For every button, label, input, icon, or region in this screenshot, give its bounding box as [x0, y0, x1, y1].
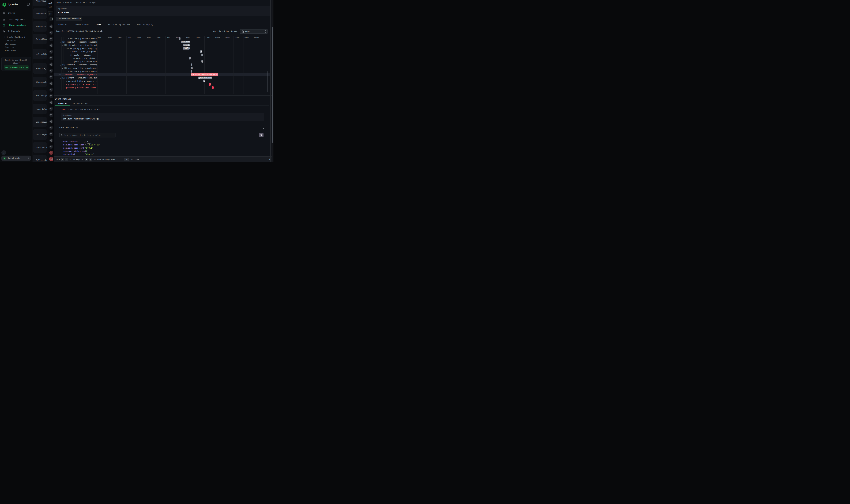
- chevron-down-icon[interactable]: [64, 48, 65, 49]
- collapse-attributes-icon[interactable]: [263, 127, 265, 131]
- session-event-pin-icon[interactable]: [49, 75, 53, 79]
- attributes-search-box[interactable]: [59, 133, 115, 138]
- session-event-pin-icon[interactable]: [49, 107, 53, 111]
- chevron-down-icon[interactable]: [58, 74, 59, 75]
- exchange-arrows-icon[interactable]: [49, 151, 53, 155]
- attribute-key[interactable]: rpc.method: [63, 153, 75, 156]
- chevron-down-icon[interactable]: [66, 51, 67, 52]
- attribute-value[interactable]: "50051": [85, 147, 93, 149]
- tab-surrounding-context[interactable]: Surrounding Context: [108, 23, 130, 26]
- span-duration-bar[interactable]: C: [191, 67, 193, 69]
- span-duration-bar[interactable]: grpc.oteldemo.: [198, 76, 212, 79]
- session-event-pin-icon[interactable]: [49, 101, 53, 105]
- trace-tree-row[interactable]: ▤currency | Convert convers…: [54, 70, 97, 73]
- session-event-pin-icon[interactable]: [49, 132, 53, 136]
- session-event-pin-icon[interactable]: [49, 37, 53, 41]
- trace-tree-row[interactable]: (1)currency | Currency/Convert: [54, 67, 97, 70]
- service-name-chip[interactable]: ServiceName: frontend: [56, 17, 82, 21]
- span-duration-bar[interactable]: oteldemo.PaymentService/Char: [191, 73, 218, 76]
- session-event-pin-icon[interactable]: [49, 120, 53, 124]
- span-duration-bar[interactable]: C: [203, 80, 205, 82]
- session-event-pin-icon[interactable]: [49, 62, 53, 67]
- session-card[interactable]: Ernesto33@: [33, 117, 47, 127]
- get-started-button[interactable]: Get Started for Free: [4, 65, 29, 70]
- sidebar-item-chart-explorer[interactable]: Chart Explorer: [0, 17, 32, 22]
- sidebar-item-client-sessions[interactable]: Client Sessions: [0, 23, 32, 28]
- sidebar-item-search[interactable]: Search: [0, 11, 32, 16]
- attribute-value[interactable]: "172.28.0.10": [85, 144, 100, 146]
- session-card[interactable]: Roderick_S: [33, 63, 47, 74]
- preset-kubernetes[interactable]: Kubernetes: [5, 50, 16, 52]
- scrollbar-thumb[interactable]: [272, 27, 273, 143]
- tab-trace[interactable]: Trace: [95, 23, 101, 26]
- session-card[interactable]: Deion37@gm: [33, 34, 47, 44]
- session-event-pin-icon[interactable]: [49, 56, 53, 60]
- attribute-value[interactable]: "Charge": [85, 153, 94, 156]
- tab-overview[interactable]: Overview: [58, 103, 67, 105]
- collapse-sidebar-icon[interactable]: [27, 3, 30, 5]
- attribute-key[interactable]: net.sock.peer.addr: [63, 144, 84, 146]
- chevron-down-icon[interactable]: [60, 77, 61, 78]
- session-event-pin-icon[interactable]: [49, 139, 53, 143]
- span-duration-bar[interactable]: c: [201, 60, 203, 62]
- span-duration-bar[interactable]: otelder: [183, 44, 190, 47]
- help-button[interactable]: ?: [1, 150, 6, 155]
- trace-tree-row[interactable]: payment | Error: Visa cache ful…: [54, 86, 97, 89]
- session-card[interactable]: Shaniya.Sc: [33, 77, 47, 87]
- span-duration-bar[interactable]: o: [191, 64, 192, 66]
- session-event-pin-icon[interactable]: [49, 126, 53, 130]
- tree-expand-icon[interactable]: ▾: [60, 141, 61, 143]
- session-event-pin-icon[interactable]: [49, 88, 53, 92]
- session-event-pin-icon[interactable]: [49, 24, 53, 29]
- create-dashboard-button[interactable]: + Create Dashboard: [4, 36, 25, 38]
- tab-column-values[interactable]: Column Values: [74, 23, 89, 26]
- session-event-pin-icon[interactable]: [49, 50, 53, 54]
- local-mode-menu[interactable]: U Local mode: [1, 156, 31, 161]
- chevron-down-icon[interactable]: [62, 67, 63, 69]
- session-card[interactable]: Howard.Run: [33, 104, 47, 114]
- session-card[interactable]: Anonymous: [33, 8, 47, 19]
- session-event-pin-icon[interactable]: [49, 69, 53, 73]
- trace-tree-row[interactable]: (1)quote | POST /getquote: [54, 50, 97, 53]
- chevron-down-icon[interactable]: [60, 64, 61, 66]
- span-duration-bar[interactable]: P: [200, 50, 202, 53]
- session-card[interactable]: Kieran92@h: [33, 90, 47, 101]
- strip-search-box[interactable]: [48, 12, 54, 16]
- preset-services[interactable]: Services: [5, 46, 14, 49]
- session-event-pin-icon[interactable]: [49, 94, 53, 98]
- span-duration-bar[interactable]: V: [209, 83, 211, 86]
- trace-tree-row[interactable]: (1)shipping | oteldemo.Shipping…: [54, 43, 97, 47]
- attributes-search-input[interactable]: [64, 133, 114, 137]
- span-duration-bar[interactable]: C: [191, 70, 192, 73]
- edit-trace-id-icon[interactable]: [100, 30, 103, 33]
- attributes-settings-button[interactable]: [259, 133, 264, 137]
- session-card[interactable]: Anonymous: [33, 21, 47, 32]
- trace-tree-row[interactable]: (1)checkout | oteldemo.CurrencySe…: [54, 63, 97, 67]
- span-duration-bar[interactable]: oteldemo.: [181, 41, 190, 43]
- terminal-icon[interactable]: [49, 157, 53, 161]
- session-card[interactable]: Jonathan.B: [33, 142, 47, 152]
- session-event-pin-icon[interactable]: [49, 43, 53, 48]
- chevron-down-icon[interactable]: [62, 44, 63, 46]
- span-duration-bar[interactable]: [179, 37, 181, 40]
- tab-session-replay[interactable]: Session Replay: [137, 23, 153, 26]
- session-card[interactable]: Anonymous: [33, 0, 47, 6]
- session-card[interactable]: Dolly.Lubo: [33, 155, 47, 162]
- trace-tree-row[interactable]: (1)shipping | POST http://quo…: [54, 47, 97, 50]
- attribute-key[interactable]: rpc.grpc.status_code: [63, 150, 86, 152]
- trace-tree-row[interactable]: quote | calculate-quote: [54, 60, 97, 63]
- session-event-pin-icon[interactable]: [49, 145, 53, 149]
- attribute-value[interactable]: "2": [85, 150, 89, 152]
- trace-tree-row[interactable]: (1)checkout | oteldemo.PaymentServi…: [54, 73, 97, 76]
- presets-toggle[interactable]: PRESETS: [5, 40, 17, 41]
- trace-tree-row[interactable]: ▤payment | Visa cache full: c…: [54, 83, 97, 86]
- waterfall-scrollbar-thumb[interactable]: [268, 71, 268, 92]
- session-card[interactable]: Walton9@ho: [33, 49, 47, 59]
- session-card[interactable]: Pearl43@ho: [33, 129, 47, 140]
- span-duration-bar[interactable]: POST h: [183, 47, 189, 50]
- trace-tree-row[interactable]: ▤quote | Calculated q…: [54, 57, 97, 60]
- trace-tree-row[interactable]: ▤payment | Charge request rec…: [54, 79, 97, 83]
- trace-tree-row[interactable]: (1)checkout | oteldemo.ShippingSe…: [54, 40, 97, 43]
- span-duration-bar[interactable]: [201, 54, 203, 56]
- log-source-select[interactable]: Logs: [240, 29, 268, 34]
